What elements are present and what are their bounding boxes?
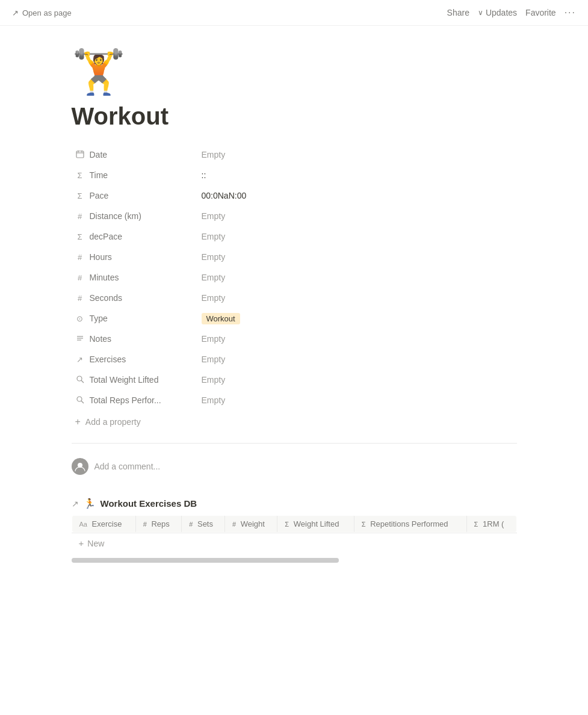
open-as-page-icon: ↗ — [12, 8, 19, 17]
property-value-seconds: Empty — [198, 292, 517, 304]
property-label-time: Σ Time — [72, 169, 198, 181]
property-name-minutes: Minutes — [90, 273, 119, 282]
property-row-total-weight[interactable]: Total Weight Lifted Empty — [72, 370, 517, 390]
new-row-label: New — [87, 539, 104, 548]
col-label-reps-performed: Repetitions Performed — [370, 519, 448, 528]
sigma-icon-decpace: Σ — [75, 232, 85, 241]
add-property-button[interactable]: + Add a property — [72, 413, 517, 431]
hash-icon-sets: # — [189, 521, 193, 528]
more-options-button[interactable]: ··· — [565, 7, 576, 18]
db-emoji-icon: 🏃 — [84, 498, 96, 509]
new-row-plus-icon: + — [79, 538, 84, 548]
property-row-minutes[interactable]: # Minutes Empty — [72, 267, 517, 288]
property-label-hours: # Hours — [72, 251, 198, 263]
sigma-icon-weight-lifted: Σ — [285, 521, 289, 528]
property-name-seconds: Seconds — [90, 293, 122, 303]
chevron-down-icon: ∨ — [478, 8, 483, 17]
db-table: Aa Exercise # Reps # Sets # Weight — [72, 515, 517, 533]
property-label-total-reps: Total Reps Perfor... — [72, 394, 198, 407]
search-icon-total-weight — [75, 375, 85, 385]
db-title[interactable]: Workout Exercises DB — [101, 498, 197, 509]
property-row-date[interactable]: Date Empty — [72, 144, 517, 165]
property-row-distance[interactable]: # Distance (km) Empty — [72, 206, 517, 226]
property-value-decpace: Empty — [198, 231, 517, 243]
property-label-notes: Notes — [72, 333, 198, 345]
col-reps-performed[interactable]: Σ Repetitions Performed — [354, 516, 466, 533]
col-reps[interactable]: # Reps — [135, 516, 182, 533]
sigma-icon-1rm: Σ — [474, 521, 478, 528]
lines-icon-notes — [75, 334, 85, 344]
col-1rm[interactable]: Σ 1RM ( — [466, 516, 516, 533]
updates-label: Updates — [486, 8, 517, 17]
property-value-notes: Empty — [198, 333, 517, 345]
property-name-pace: Pace — [90, 191, 109, 200]
property-row-hours[interactable]: # Hours Empty — [72, 247, 517, 267]
text-icon-exercise: Aa — [79, 521, 87, 528]
svg-rect-0 — [76, 151, 84, 158]
db-header: ↗ 🏃 Workout Exercises DB — [72, 498, 517, 509]
property-row-decpace[interactable]: Σ decPace Empty — [72, 226, 517, 247]
property-row-pace[interactable]: Σ Pace 00:0NaN:00 — [72, 185, 517, 206]
page-icon[interactable]: 🏋️ — [72, 50, 517, 93]
property-row-notes[interactable]: Notes Empty — [72, 329, 517, 349]
db-external-link-icon[interactable]: ↗ — [72, 499, 79, 509]
divider — [72, 443, 517, 444]
sigma-icon-time: Σ — [75, 171, 85, 180]
circle-icon-type: ⊙ — [75, 314, 85, 323]
arrow-icon-exercises: ↗ — [75, 355, 85, 364]
avatar — [72, 458, 88, 475]
svg-line-8 — [81, 380, 84, 383]
hash-icon-seconds: # — [75, 294, 85, 303]
property-row-total-reps[interactable]: Total Reps Perfor... Empty — [72, 390, 517, 410]
open-as-page-button[interactable]: ↗ Open as page — [12, 8, 72, 17]
share-button[interactable]: Share — [447, 8, 469, 17]
col-weight[interactable]: # Weight — [224, 516, 277, 533]
property-name-date: Date — [90, 150, 108, 159]
hash-icon-distance: # — [75, 212, 85, 221]
page-title[interactable]: Workout — [72, 103, 517, 130]
property-name-decpace: decPace — [90, 232, 122, 241]
db-section: ↗ 🏃 Workout Exercises DB Aa Exercise # R… — [72, 498, 517, 563]
property-label-exercises: ↗ Exercises — [72, 353, 198, 365]
property-value-distance: Empty — [198, 210, 517, 222]
property-name-total-weight: Total Weight Lifted — [90, 375, 159, 385]
add-property-icon: + — [75, 416, 81, 427]
sigma-icon-pace: Σ — [75, 191, 85, 200]
property-value-exercises: Empty — [198, 353, 517, 365]
col-weight-lifted[interactable]: Σ Weight Lifted — [277, 516, 354, 533]
property-value-total-reps: Empty — [198, 394, 517, 406]
col-sets[interactable]: # Sets — [182, 516, 225, 533]
property-row-type[interactable]: ⊙ Type Workout — [72, 308, 517, 329]
new-row-button[interactable]: + New — [72, 533, 517, 553]
comment-section: Add a comment... — [72, 453, 517, 480]
updates-button[interactable]: ∨ Updates — [478, 8, 517, 17]
comment-input[interactable]: Add a comment... — [94, 462, 161, 471]
svg-point-9 — [77, 397, 82, 401]
main-content: 🏋️ Workout Date Empty Σ Time :: Σ — [36, 26, 553, 587]
col-exercise[interactable]: Aa Exercise — [72, 516, 135, 533]
col-label-exercise: Exercise — [92, 519, 122, 528]
type-tag-badge[interactable]: Workout — [202, 313, 240, 324]
property-row-time[interactable]: Σ Time :: — [72, 165, 517, 185]
scrollbar-thumb[interactable] — [72, 558, 339, 563]
property-value-total-weight: Empty — [198, 374, 517, 386]
property-name-distance: Distance (km) — [90, 211, 141, 221]
property-value-pace: 00:0NaN:00 — [198, 190, 517, 202]
horizontal-scrollbar[interactable] — [72, 558, 339, 563]
add-property-label: Add a property — [85, 417, 141, 427]
favorite-button[interactable]: Favorite — [525, 8, 556, 17]
property-name-hours: Hours — [90, 252, 112, 262]
property-label-seconds: # Seconds — [72, 292, 198, 304]
property-row-seconds[interactable]: # Seconds Empty — [72, 288, 517, 308]
property-label-date: Date — [72, 149, 198, 161]
col-label-weight: Weight — [241, 519, 265, 528]
property-label-minutes: # Minutes — [72, 271, 198, 283]
property-name-time: Time — [90, 170, 108, 180]
properties-section: Date Empty Σ Time :: Σ Pace 00:0NaN:00 #… — [72, 144, 517, 431]
property-row-exercises[interactable]: ↗ Exercises Empty — [72, 349, 517, 370]
property-label-total-weight: Total Weight Lifted — [72, 374, 198, 386]
calendar-icon — [75, 150, 85, 160]
col-label-1rm: 1RM ( — [483, 519, 504, 528]
property-value-date: Empty — [198, 149, 517, 161]
top-bar-actions: Share ∨ Updates Favorite ··· — [447, 7, 576, 18]
